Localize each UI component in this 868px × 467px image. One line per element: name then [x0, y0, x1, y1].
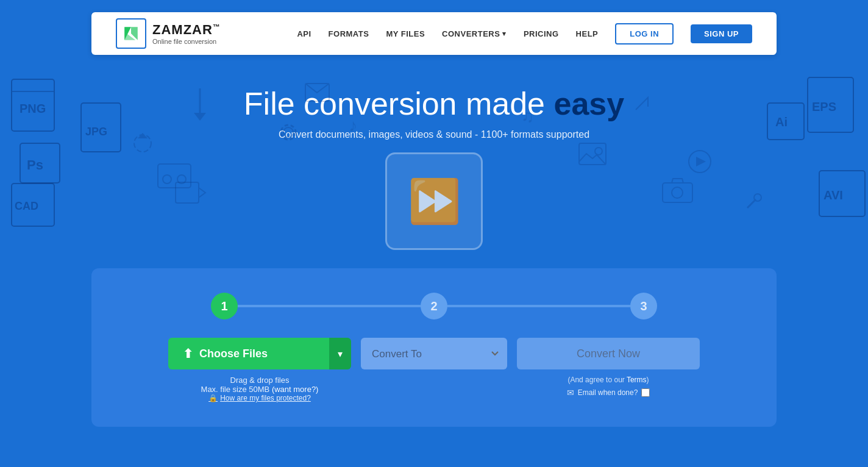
agree-text-prefix: (And agree to our [567, 376, 627, 384]
agree-text: (And agree to our Terms) [517, 376, 700, 384]
hero-title: File conversion made easy [12, 85, 856, 122]
controls-row: ⬆ Choose Files ▾ Drag & drop files Max. … [116, 338, 752, 402]
step-line-2 [447, 305, 630, 307]
logo-text: ZAMZAR™ Online file conversion [152, 22, 221, 45]
convert-now-button[interactable]: Convert Now [517, 338, 700, 369]
logo-name: ZAMZAR™ [152, 22, 221, 38]
center-graphic: ⏩ [12, 152, 856, 250]
lock-icon: 🔒 [208, 394, 218, 402]
hero-title-bold: easy [554, 86, 625, 121]
play-icon: ⏩ [408, 176, 461, 226]
step-3: 3 [630, 293, 657, 319]
terms-link[interactable]: Terms [627, 376, 647, 384]
nav-converters[interactable]: CONVERTERS [442, 29, 507, 38]
nav-formats[interactable]: FORMATS [329, 29, 369, 38]
nav-api[interactable]: API [297, 29, 311, 38]
hero-subtitle: Convert documents, images, videos & soun… [12, 129, 856, 140]
max-size-label: Max. file size 50MB [201, 385, 272, 394]
steps-row: 1 2 3 [116, 293, 752, 319]
step-line-1 [238, 305, 421, 307]
nav-help[interactable]: HELP [576, 29, 599, 38]
max-size-text: Max. file size 50MB (want more?) [201, 385, 319, 394]
logo-trademark: ™ [213, 23, 221, 31]
logo-subtitle: Online file conversion [152, 38, 221, 45]
zamzar-logo-icon [116, 18, 146, 49]
email-when-done-label: Email when done? [578, 388, 638, 397]
step-1: 1 [211, 293, 238, 319]
nav-my-files[interactable]: MY FILES [386, 29, 425, 38]
protected-text: How are my files protected? [220, 394, 311, 402]
convert-to-group: Convert To PDF JPG PNG MP4 MP3 DOCX [361, 338, 507, 369]
agree-text-suffix: ) [647, 376, 649, 384]
upload-icon: ⬆ [183, 346, 193, 361]
convert-to-select[interactable]: Convert To PDF JPG PNG MP4 MP3 DOCX [361, 338, 507, 369]
hero-title-part1: File conversion made [244, 86, 554, 121]
drag-drop-text: Drag & drop files [201, 376, 319, 385]
login-button[interactable]: LOG IN [615, 23, 674, 45]
play-box: ⏩ [385, 152, 483, 250]
step-2: 2 [421, 293, 447, 319]
navbar: ZAMZAR™ Online file conversion API FORMA… [91, 12, 777, 55]
choose-files-label: Choose Files [199, 348, 268, 360]
logo-name-text: ZAMZAR [152, 22, 213, 37]
file-protection-link[interactable]: 🔒 How are my files protected? [201, 394, 319, 402]
email-when-done-checkbox[interactable] [641, 388, 650, 397]
nav-links: API FORMATS MY FILES CONVERTERS PRICING … [297, 23, 752, 45]
choose-files-group: ⬆ Choose Files ▾ Drag & drop files Max. … [168, 338, 351, 402]
convert-now-group: Convert Now (And agree to our Terms) ✉ E… [517, 338, 700, 397]
choose-files-main[interactable]: ⬆ Choose Files [168, 338, 329, 369]
email-row: ✉ Email when done? [517, 388, 700, 397]
choose-files-button[interactable]: ⬆ Choose Files ▾ [168, 338, 351, 369]
converter-widget: 1 2 3 ⬆ Choose Files ▾ Drag & drop files [91, 268, 777, 427]
choose-files-info: Drag & drop files Max. file size 50MB (w… [201, 376, 319, 402]
nav-pricing[interactable]: PRICING [524, 29, 559, 38]
logo-area: ZAMZAR™ Online file conversion [116, 18, 221, 49]
hero-section: PNG JPG Ps CAD [0, 67, 868, 250]
email-icon: ✉ [567, 388, 574, 397]
signup-button[interactable]: SIGN UP [691, 24, 752, 43]
want-more-link[interactable]: (want more?) [272, 385, 319, 394]
choose-files-dropdown-arrow[interactable]: ▾ [329, 338, 351, 369]
